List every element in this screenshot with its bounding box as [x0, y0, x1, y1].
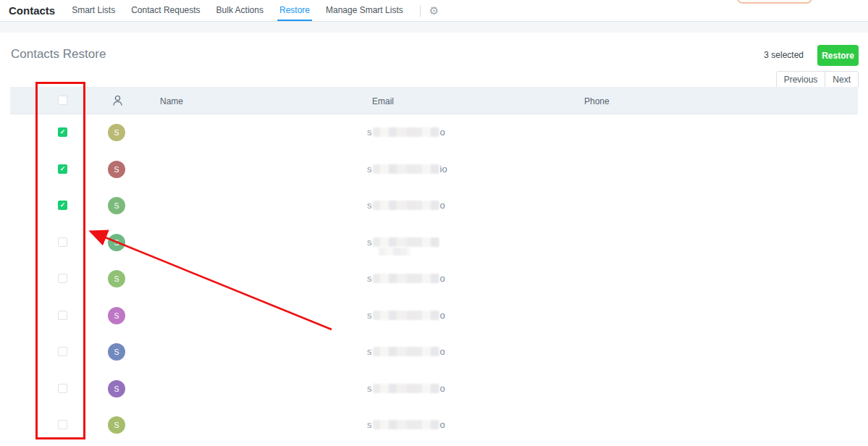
pagination: Previous Next	[776, 71, 859, 88]
contacts-brand[interactable]: Contacts	[9, 4, 55, 17]
table-row[interactable]: S s	[10, 224, 858, 261]
redacted-email-blur	[373, 237, 439, 247]
column-header-name[interactable]: Name	[160, 96, 183, 106]
email-prefix: s	[367, 419, 372, 430]
email-value: s o	[367, 419, 445, 430]
email-value: s o	[367, 346, 445, 357]
email-suffix: o	[440, 127, 445, 138]
tab-manage-smart-lists[interactable]: Manage Smart Lists	[324, 0, 405, 21]
avatar: S	[108, 270, 125, 287]
email-prefix: s	[367, 164, 372, 174]
nav-divider	[420, 5, 421, 17]
table-row[interactable]: S s o	[10, 298, 858, 334]
top-nav: Contacts Smart ListsContact RequestsBulk…	[0, 0, 868, 22]
email-prefix: s	[367, 383, 372, 394]
avatar: S	[108, 234, 125, 251]
row-checkbox[interactable]	[58, 347, 67, 356]
email-value: s o	[367, 273, 445, 284]
table-header: Name Email Phone	[10, 87, 858, 114]
row-checkbox[interactable]	[58, 384, 67, 393]
redacted-email-blur	[373, 347, 439, 356]
contacts-table: Name Email Phone ✓ S s o ✓ S s io ✓ S s …	[10, 87, 858, 444]
selected-count: 3 selected	[764, 50, 804, 60]
avatar: S	[108, 161, 125, 178]
email-suffix: o	[440, 383, 445, 394]
table-row[interactable]: ✓ S s o	[10, 114, 858, 151]
cutoff-top-button[interactable]	[737, 0, 812, 4]
main-content: Contacts Restore 3 selected Restore Prev…	[0, 33, 868, 446]
email-value: s io	[367, 164, 447, 174]
avatar: S	[108, 343, 125, 361]
column-header-phone[interactable]: Phone	[584, 96, 610, 106]
tab-smart-lists[interactable]: Smart Lists	[69, 0, 117, 21]
email-value: s o	[367, 310, 445, 321]
tab-bulk-actions[interactable]: Bulk Actions	[214, 0, 266, 21]
email-suffix: o	[440, 273, 445, 284]
page-title: Contacts Restore	[11, 47, 106, 62]
email-suffix: o	[440, 200, 445, 211]
table-body: ✓ S s o ✓ S s io ✓ S s o S s S	[10, 114, 858, 444]
row-checkbox[interactable]	[58, 311, 67, 320]
avatar: S	[108, 307, 125, 324]
redacted-email-blur	[373, 164, 439, 174]
nav-tabs: Smart ListsContact RequestsBulk ActionsR…	[69, 0, 417, 21]
select-all-checkbox[interactable]	[58, 96, 67, 105]
table-row[interactable]: ✓ S s o	[10, 188, 858, 224]
email-suffix: io	[440, 164, 447, 174]
gear-icon[interactable]: ⚙	[429, 5, 439, 16]
avatar: S	[108, 197, 125, 214]
table-row[interactable]: S s o	[10, 407, 858, 444]
table-row[interactable]: ✓ S s io	[10, 151, 858, 188]
redacted-email-blur	[373, 384, 439, 393]
row-checkbox[interactable]: ✓	[58, 127, 67, 137]
email-suffix: o	[440, 310, 445, 321]
email-prefix: s	[367, 273, 372, 284]
column-header-email[interactable]: Email	[372, 96, 394, 106]
email-prefix: s	[367, 310, 372, 321]
row-checkbox[interactable]	[58, 420, 67, 429]
email-prefix: s	[367, 346, 372, 357]
redacted-email-blur	[373, 127, 439, 137]
email-value: s o	[367, 200, 445, 211]
table-row[interactable]: S s o	[10, 371, 858, 408]
tab-contact-requests[interactable]: Contact Requests	[129, 0, 202, 21]
next-button[interactable]: Next	[825, 71, 859, 88]
row-checkbox[interactable]: ✓	[58, 164, 67, 174]
redacted-email-blur	[373, 274, 439, 283]
previous-button[interactable]: Previous	[776, 71, 826, 88]
email-suffix: o	[440, 419, 445, 430]
table-row[interactable]: S s o	[10, 261, 858, 298]
row-checkbox[interactable]: ✓	[58, 201, 67, 210]
email-prefix: s	[367, 127, 372, 138]
table-row[interactable]: S s o	[10, 334, 858, 371]
redacted-email-blur	[373, 201, 439, 210]
tab-restore[interactable]: Restore	[277, 0, 312, 21]
avatar: S	[108, 124, 125, 141]
row-checkbox[interactable]	[58, 237, 67, 247]
row-checkbox[interactable]	[58, 274, 67, 283]
redacted-email-blur	[373, 311, 439, 320]
email-suffix: o	[440, 346, 445, 357]
restore-button[interactable]: Restore	[817, 45, 859, 66]
redacted-email-blur	[373, 420, 439, 429]
redacted-email-blur-wrap	[379, 248, 410, 256]
email-prefix: s	[367, 237, 372, 248]
person-icon	[112, 95, 123, 109]
avatar: S	[108, 416, 125, 434]
email-value: s o	[367, 383, 445, 394]
avatar: S	[108, 380, 125, 397]
email-value: s	[367, 237, 440, 248]
email-prefix: s	[367, 200, 372, 211]
email-value: s o	[367, 127, 445, 138]
